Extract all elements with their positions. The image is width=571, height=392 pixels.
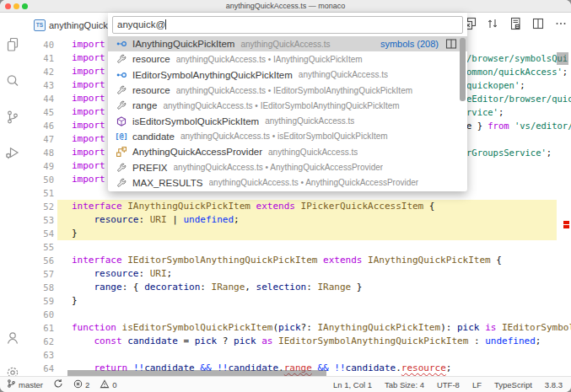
line-number: 51: [25, 186, 54, 200]
quick-input-field[interactable]: anyquick@: [112, 16, 463, 34]
quick-input-value: anyquick@: [117, 19, 165, 30]
editor-toolbar: [463, 17, 568, 30]
code-line-59[interactable]: 59}: [25, 294, 571, 308]
typescript-file-icon: TS: [34, 19, 46, 31]
status-error[interactable]: 2: [73, 379, 89, 390]
code-line-58[interactable]: 58 range: { decoration: IRange, selectio…: [25, 281, 571, 294]
line-number: 63: [25, 348, 54, 362]
code-line-57[interactable]: 57 resource: URI;: [25, 267, 571, 281]
line-number: 54: [25, 227, 54, 240]
code-text: resource: URI | undefined;: [72, 213, 240, 227]
quick-pick-item[interactable]: resourceanythingQuickAccess.ts • IAnythi…: [108, 51, 467, 67]
quick-pick-item[interactable]: IAnythingQuickPickItemanythingQuickAcces…: [108, 36, 467, 51]
status-ln-1-col-1[interactable]: Ln 1, Col 1: [333, 380, 372, 389]
status-typescript[interactable]: TypeScript: [494, 380, 532, 389]
tab-anythingquickaccess[interactable]: TS anythingQuick: [34, 16, 108, 35]
quick-pick-item[interactable]: AnythingQuickAccessProvideranythingQuick…: [108, 144, 467, 159]
code-text: interface IEditorSymbolAnythingQuickPick…: [72, 254, 502, 267]
symbol-variable-icon: [@]: [115, 130, 128, 143]
activity-bar: [0, 13, 25, 376]
code-text: import: [72, 38, 105, 51]
code-line-62[interactable]: 62 const candidate = pick ? pick as IEdi…: [25, 335, 571, 348]
code-line-60[interactable]: 60: [25, 308, 571, 321]
split-editor-icon[interactable]: [531, 17, 545, 30]
notebook-preview-icon[interactable]: [509, 17, 522, 30]
quick-pick-item[interactable]: [@]candidateanythingQuickAccess.ts • isE…: [108, 129, 467, 144]
code-text: }: [72, 294, 78, 308]
code-text: function isEditorSymbolQuickPickItem(pic…: [72, 321, 571, 335]
code-line-56[interactable]: 56interface IEditorSymbolAnythingQuickPi…: [25, 254, 571, 267]
code-text: import: [72, 159, 105, 173]
code-line-53[interactable]: 53 resource: URI | undefined;: [25, 213, 571, 227]
code-line-61[interactable]: 61function isEditorSymbolQuickPickItem(p…: [25, 321, 571, 335]
accounts-icon[interactable]: [4, 330, 21, 346]
status-utf-8[interactable]: UTF-8: [437, 380, 460, 389]
code-text: resource: URI;: [72, 267, 172, 281]
status-3-8-3[interactable]: 3.8.3: [545, 380, 563, 389]
compare-changes-icon[interactable]: [486, 17, 499, 30]
search-icon[interactable]: [4, 72, 21, 89]
symbol-property-icon: [115, 52, 128, 66]
line-number: 49: [25, 159, 54, 173]
window-title: anythingQuickAccess.ts — monaco: [0, 0, 571, 12]
text-caret: [165, 19, 166, 30]
line-number: 48: [25, 146, 54, 159]
horizontal-scrollbar-thumb[interactable]: [67, 370, 326, 376]
code-text: import: [72, 65, 105, 78]
code-line-63[interactable]: 63: [25, 348, 571, 362]
code-tail: eEditor/browser/quic: [466, 92, 571, 105]
status-tab-size-4[interactable]: Tab Size: 4: [385, 380, 424, 389]
symbol-class-icon: [115, 145, 128, 158]
quick-pick-item[interactable]: MAX_RESULTSanythingQuickAccess.ts • Anyt…: [108, 175, 467, 191]
item-name: IEditorSymbolAnythingQuickPickItem: [132, 70, 293, 80]
code-line-55[interactable]: 55: [25, 240, 571, 254]
quick-pick-item[interactable]: resourceanythingQuickAccess.ts • IEditor…: [108, 83, 467, 98]
warning-icon: [100, 379, 110, 390]
item-name: MAX_RESULTS: [132, 178, 203, 188]
item-description: anythingQuickAccess.ts • IEditorSymbolAn…: [176, 86, 412, 95]
quick-pick-item[interactable]: IEditorSymbolAnythingQuickPickItemanythi…: [108, 67, 467, 83]
line-number: 45: [25, 105, 54, 119]
quick-pick-item[interactable]: isEditorSymbolQuickPickItemanythingQuick…: [108, 113, 467, 128]
quick-pick-list: IAnythingQuickPickItemanythingQuickAcces…: [108, 36, 467, 191]
vertical-scrollbar-thumb[interactable]: [557, 52, 568, 65]
line-number: 40: [25, 38, 54, 51]
status-warning[interactable]: 0: [100, 379, 116, 390]
item-name: range: [132, 100, 157, 110]
more-actions-icon[interactable]: [554, 17, 568, 30]
code-line-54[interactable]: 54}: [25, 227, 571, 240]
code-text: import: [72, 173, 105, 186]
line-number: 44: [25, 92, 54, 105]
code-tail: ommon/quickAccess';: [466, 65, 568, 78]
run-debug-icon[interactable]: [4, 144, 21, 161]
code-tail: rvice';: [466, 105, 504, 119]
code-tail: e } from 'vs/editor/: [466, 119, 571, 132]
symbol-property-icon: [115, 83, 128, 97]
line-number: 47: [25, 132, 54, 146]
source-control-icon[interactable]: [4, 109, 21, 126]
quick-pick-scrollbar-thumb[interactable]: [460, 38, 466, 101]
item-description: anythingQuickAccess.ts: [299, 70, 388, 79]
code-text: range: { decoration: IRange, selection: …: [72, 281, 362, 294]
status-sync[interactable]: [53, 379, 63, 390]
symbols-count-link[interactable]: symbols (208): [380, 39, 439, 49]
quick-pick-item[interactable]: PREFIXanythingQuickAccess.ts • AnythingQ…: [108, 159, 467, 175]
code-text: interface IAnythingQuickPickItem extends…: [72, 200, 435, 213]
status-lf[interactable]: LF: [472, 380, 482, 389]
status-label: 0: [112, 380, 116, 389]
quick-pick-item[interactable]: rangeanythingQuickAccess.ts • IEditorSym…: [108, 98, 467, 113]
symbol-property-icon: [115, 176, 128, 190]
item-description: anythingQuickAccess.ts: [240, 40, 330, 49]
explorer-icon[interactable]: [4, 36, 21, 53]
status-label: 2: [85, 380, 89, 389]
line-number: 41: [25, 51, 54, 65]
status-branch[interactable]: master: [7, 379, 43, 390]
title-bar: anythingQuickAccess.ts — monaco: [0, 0, 571, 13]
quick-input-widget: anyquick@ IAnythingQuickPickItemanything…: [108, 13, 467, 191]
code-line-52[interactable]: 52interface IAnythingQuickPickItem exten…: [25, 200, 571, 213]
open-to-side-icon[interactable]: [445, 38, 457, 50]
status-label: master: [19, 380, 43, 389]
error-icon: [73, 379, 83, 390]
line-number: 58: [25, 281, 54, 294]
line-number: 56: [25, 254, 54, 267]
